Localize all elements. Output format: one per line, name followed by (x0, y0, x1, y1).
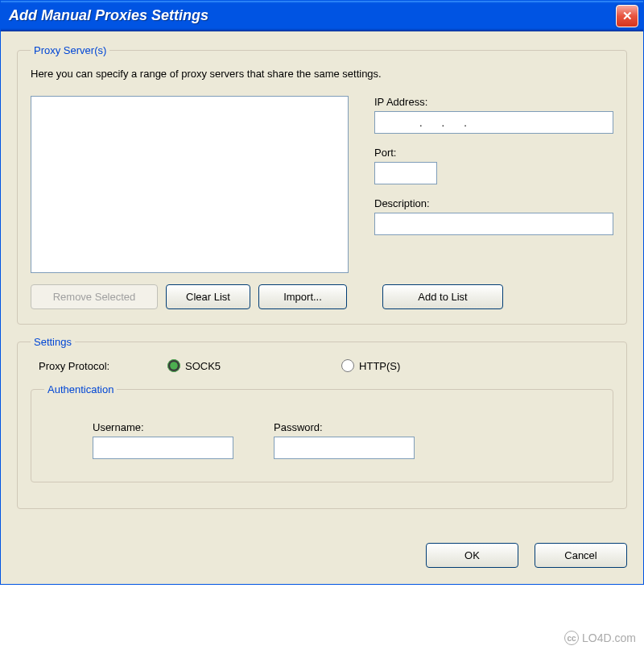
proxy-servers-legend: Proxy Server(s) (31, 44, 109, 56)
https-label: HTTP(S) (359, 360, 400, 372)
proxy-fields: IP Address: Port: Description: (374, 96, 613, 273)
cc-icon: cc (564, 631, 579, 645)
clear-list-button[interactable]: Clear List (166, 284, 250, 309)
sock5-radio-group[interactable]: SOCK5 (167, 359, 221, 372)
authentication-group: Authentication Username: Password: (31, 383, 613, 482)
https-radio[interactable] (341, 359, 354, 372)
ip-label: IP Address: (374, 96, 613, 108)
help-text: Here you can specify a range of proxy se… (31, 68, 613, 80)
ok-button[interactable]: OK (426, 543, 518, 568)
remove-selected-button: Remove Selected (31, 284, 158, 309)
proxy-servers-group: Proxy Server(s) Here you can specify a r… (17, 44, 627, 325)
dialog-window: Add Manual Proxies Settings ✕ Proxy Serv… (0, 0, 644, 585)
settings-legend: Settings (31, 336, 75, 348)
password-field: Password: (274, 421, 415, 459)
auth-row: Username: Password: (44, 407, 600, 467)
close-button[interactable]: ✕ (616, 5, 638, 27)
authentication-legend: Authentication (44, 383, 117, 395)
dialog-content: Proxy Server(s) Here you can specify a r… (1, 31, 643, 536)
titlebar: Add Manual Proxies Settings ✕ (1, 1, 643, 31)
port-label: Port: (374, 147, 613, 159)
import-button[interactable]: Import... (258, 284, 347, 309)
password-input[interactable] (274, 437, 415, 459)
sock5-radio[interactable] (167, 359, 180, 372)
ip-address-input[interactable] (374, 111, 613, 134)
window-title: Add Manual Proxies Settings (9, 7, 208, 24)
watermark-text: LO4D.com (582, 631, 636, 644)
username-field: Username: (93, 421, 233, 459)
username-label: Username: (93, 421, 233, 433)
proxy-list[interactable] (31, 96, 349, 273)
cancel-button[interactable]: Cancel (535, 543, 627, 568)
password-label: Password: (274, 421, 415, 433)
sock5-label: SOCK5 (185, 360, 221, 372)
button-row-left: Remove Selected Clear List Import... (31, 284, 349, 309)
add-to-list-button[interactable]: Add to List (382, 284, 503, 309)
description-label: Description: (374, 197, 613, 209)
description-input[interactable] (374, 213, 613, 235)
protocol-row: Proxy Protocol: SOCK5 HTTP(S) (31, 359, 613, 372)
close-icon: ✕ (622, 9, 633, 23)
settings-group: Settings Proxy Protocol: SOCK5 HTTP(S) A… (17, 336, 627, 509)
username-input[interactable] (93, 437, 233, 459)
watermark: cc LO4D.com (564, 631, 636, 645)
dialog-buttons: OK Cancel (1, 536, 643, 584)
server-row: IP Address: Port: Description: (31, 96, 613, 273)
protocol-label: Proxy Protocol: (39, 360, 143, 372)
port-input[interactable] (374, 162, 437, 184)
https-radio-group[interactable]: HTTP(S) (341, 359, 400, 372)
button-row: Remove Selected Clear List Import... Add… (31, 284, 613, 309)
